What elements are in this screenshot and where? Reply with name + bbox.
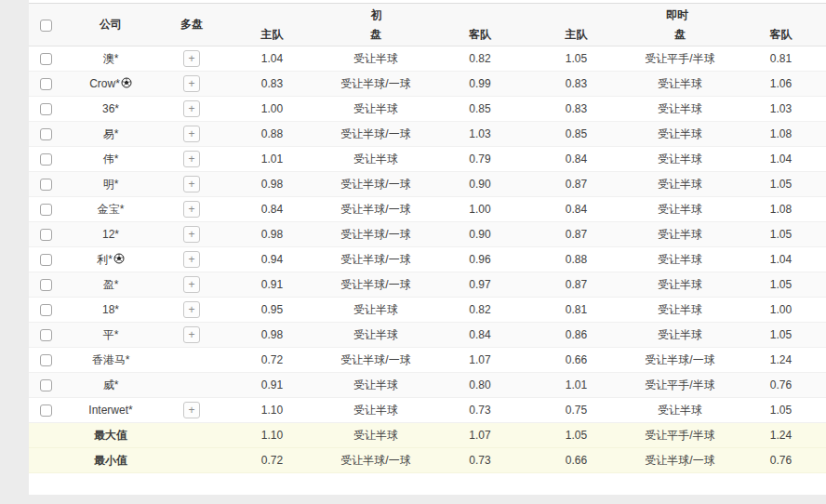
- column-header-multi: 多盘: [159, 4, 224, 46]
- initial-away-odds: 0.79: [432, 147, 528, 172]
- multi-odds-cell: +: [159, 46, 224, 72]
- expand-odds-button[interactable]: +: [183, 251, 200, 268]
- live-home-odds: 0.83: [528, 97, 624, 122]
- multi-odds-cell: [159, 348, 224, 373]
- initial-away-odds: 0.96: [432, 247, 528, 272]
- row-checkbox-cell: [29, 147, 62, 172]
- expand-odds-button[interactable]: +: [183, 201, 200, 218]
- live-home-odds: 0.75: [528, 398, 624, 423]
- row-checkbox[interactable]: [40, 354, 52, 366]
- live-handicap: 受让半球: [624, 272, 736, 298]
- initial-handicap: 受让半球: [320, 46, 432, 72]
- live-handicap: 受让半球: [624, 298, 736, 323]
- multi-odds-cell: +: [159, 298, 224, 323]
- initial-home-odds: 1.04: [224, 46, 320, 72]
- expand-odds-button[interactable]: +: [183, 151, 200, 167]
- initial-away-odds: 0.85: [432, 97, 528, 122]
- initial-home-odds: 0.91: [224, 373, 320, 398]
- row-checkbox[interactable]: [40, 379, 52, 391]
- summary-empty-cell: [29, 448, 62, 473]
- row-checkbox[interactable]: [40, 329, 52, 341]
- table-row: Interwet* + 1.10 受让半球 0.73 0.75 受让半球 1.0…: [29, 398, 826, 423]
- initial-home-odds: 0.72: [224, 348, 320, 373]
- expand-odds-button[interactable]: +: [183, 126, 200, 142]
- summary-live-home-odds: 0.66: [528, 448, 624, 473]
- row-checkbox[interactable]: [40, 254, 52, 266]
- row-checkbox-cell: [29, 348, 62, 373]
- expand-odds-button[interactable]: +: [183, 50, 200, 67]
- expand-odds-button[interactable]: +: [183, 226, 200, 243]
- row-checkbox[interactable]: [40, 204, 52, 216]
- live-handicap: 受让半球: [624, 97, 736, 122]
- summary-body: 最大值 1.10 受让半球 1.07 1.05 受让平手/半球 1.24 最小值…: [29, 423, 826, 473]
- initial-handicap: 受让半球: [320, 97, 432, 122]
- initial-away-odds: 0.90: [432, 172, 528, 197]
- initial-handicap: 受让半球: [320, 147, 432, 172]
- table-row: 伟* + 1.01 受让半球 0.79 0.84 受让半球 1.04: [29, 147, 826, 172]
- row-checkbox[interactable]: [40, 229, 52, 241]
- summary-live-away-odds: 0.76: [736, 448, 826, 473]
- row-checkbox[interactable]: [40, 53, 52, 65]
- expand-odds-button[interactable]: +: [183, 326, 200, 343]
- summary-initial-handicap: 受让半球: [320, 423, 432, 448]
- expand-odds-button[interactable]: +: [183, 402, 200, 418]
- initial-away-odds: 1.07: [432, 348, 528, 373]
- table-body: 澳* + 1.04 受让半球 0.82 1.05 受让平手/半球 0.81 Cr…: [29, 46, 826, 423]
- company-cell: 澳*: [62, 46, 159, 72]
- multi-odds-cell: +: [159, 147, 224, 172]
- live-home-odds: 0.88: [528, 247, 624, 272]
- row-checkbox[interactable]: [40, 405, 52, 417]
- odds-table-panel: 公司 多盘 初 即时 主队 盘 客队 主队 盘 客队 澳* + 1.04 受让半…: [29, 0, 826, 495]
- company-name: 盈*: [103, 278, 119, 291]
- expand-odds-button[interactable]: +: [183, 276, 200, 293]
- row-checkbox[interactable]: [40, 78, 52, 90]
- row-checkbox[interactable]: [40, 153, 52, 166]
- live-home-odds: 0.87: [528, 222, 624, 247]
- multi-odds-cell: +: [159, 323, 224, 348]
- column-header-live-home: 主队: [528, 24, 624, 46]
- company-name: 澳*: [103, 52, 119, 65]
- row-checkbox[interactable]: [40, 128, 52, 140]
- company-cell: 易*: [62, 122, 159, 147]
- multi-odds-cell: +: [159, 122, 224, 147]
- column-header-initial-home: 主队: [224, 24, 320, 46]
- soccer-ball-icon[interactable]: [121, 77, 132, 88]
- live-home-odds: 0.86: [528, 323, 624, 348]
- initial-handicap: 受让半球/一球: [320, 348, 432, 373]
- row-checkbox[interactable]: [40, 103, 52, 115]
- select-all-checkbox[interactable]: [40, 20, 52, 32]
- live-away-odds: 1.05: [736, 323, 826, 348]
- initial-handicap: 受让半球/一球: [320, 222, 432, 247]
- row-checkbox[interactable]: [40, 179, 52, 191]
- company-cell: 伟*: [62, 147, 159, 172]
- column-header-initial-handicap: 盘: [320, 24, 432, 46]
- live-away-odds: 0.81: [736, 46, 826, 72]
- table-row: 12* + 0.98 受让半球/一球 0.90 0.87 受让半球 1.05: [29, 222, 826, 247]
- expand-odds-button[interactable]: +: [183, 75, 200, 92]
- company-cell: 盈*: [62, 272, 159, 298]
- live-away-odds: 1.05: [736, 172, 826, 197]
- odds-comparison-table: 公司 多盘 初 即时 主队 盘 客队 主队 盘 客队 澳* + 1.04 受让半…: [29, 3, 826, 473]
- summary-live-home-odds: 1.05: [528, 423, 624, 448]
- row-checkbox-cell: [29, 298, 62, 323]
- row-checkbox[interactable]: [40, 279, 52, 291]
- row-checkbox-cell: [29, 373, 62, 398]
- row-checkbox-cell: [29, 172, 62, 197]
- live-away-odds: 1.08: [736, 122, 826, 147]
- company-cell: Interwet*: [62, 398, 159, 423]
- initial-away-odds: 0.84: [432, 323, 528, 348]
- soccer-ball-icon[interactable]: [113, 253, 125, 264]
- expand-odds-button[interactable]: +: [183, 176, 200, 192]
- live-handicap: 受让半球/一球: [624, 348, 736, 373]
- expand-odds-button[interactable]: +: [183, 301, 200, 318]
- column-header-live-handicap: 盘: [624, 24, 736, 46]
- live-handicap: 受让半球: [624, 222, 736, 247]
- summary-empty-cell: [159, 423, 224, 448]
- initial-handicap: 受让半球: [320, 398, 432, 423]
- live-handicap: 受让半球: [624, 147, 736, 172]
- row-checkbox-cell: [29, 398, 62, 423]
- row-checkbox[interactable]: [40, 304, 52, 316]
- company-name: 威*: [103, 378, 119, 391]
- expand-odds-button[interactable]: +: [183, 100, 200, 117]
- table-row: Crow* + 0.83 受让半球/一球 0.99 0.83 受让半球 1.06: [29, 72, 826, 97]
